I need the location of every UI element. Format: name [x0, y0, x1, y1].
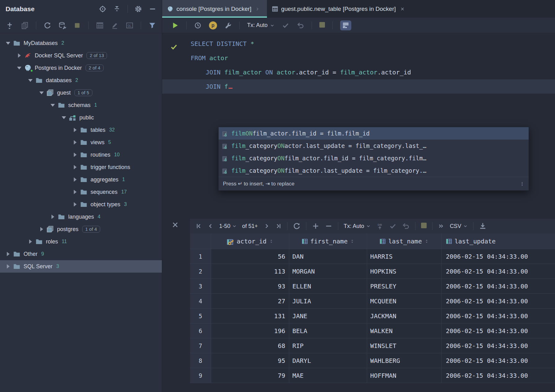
data-cell[interactable]: 27	[211, 294, 289, 309]
tree-item-other[interactable]: Other9	[0, 248, 162, 260]
data-cell[interactable]: 2006-02-15 04:34:33.00	[442, 264, 555, 279]
data-cell[interactable]: HARRIS	[367, 249, 442, 264]
commit-button[interactable]	[389, 222, 397, 230]
collapsed-arrow-icon[interactable]	[71, 165, 79, 169]
session-badge[interactable]: p	[209, 21, 217, 29]
more-chevrons-icon[interactable]	[438, 223, 444, 229]
data-cell[interactable]: 113	[211, 264, 289, 279]
settings-wrench-icon[interactable]	[224, 22, 232, 29]
console-button[interactable]	[126, 22, 133, 29]
add-row-button[interactable]	[312, 222, 319, 230]
tx-mode-dropdown[interactable]: Tx: Auto	[247, 22, 274, 29]
expanded-arrow-icon[interactable]	[38, 91, 45, 94]
data-cell[interactable]: DARYL	[289, 353, 367, 368]
expanded-arrow-icon[interactable]	[16, 67, 23, 69]
code-line-1[interactable]: SELECT DISTINCT *	[162, 37, 555, 51]
expanded-arrow-icon[interactable]	[4, 42, 12, 45]
data-cell[interactable]: 2006-02-15 04:34:33.00	[442, 294, 555, 309]
data-cell[interactable]: DAN	[289, 249, 367, 264]
rollback-button[interactable]	[402, 222, 410, 230]
completion-item-4[interactable]: film_category ON film_actor.last_update …	[219, 164, 529, 177]
data-cell[interactable]: 2006-02-15 04:34:33.00	[442, 249, 555, 264]
data-cell[interactable]: 196	[211, 323, 289, 338]
tree-item-postgres[interactable]: postgres1 of 4	[0, 223, 162, 235]
close-icon[interactable]	[400, 7, 405, 11]
collapsed-arrow-icon[interactable]	[4, 264, 12, 269]
collapsed-arrow-icon[interactable]	[71, 128, 79, 132]
data-source-properties-button[interactable]	[59, 22, 66, 29]
tree-item-aggregates[interactable]: aggregates1	[0, 173, 162, 186]
code-line-2[interactable]: FROM actor	[162, 51, 555, 65]
data-cell[interactable]: 93	[211, 279, 289, 294]
data-cell[interactable]: WALKEN	[367, 323, 442, 338]
expanded-arrow-icon[interactable]	[49, 104, 56, 107]
data-cell[interactable]: JACKMAN	[367, 309, 442, 323]
data-cell[interactable]: 2006-02-15 04:34:33.00	[442, 309, 555, 323]
completion-item-1[interactable]: film ON film_actor.film_id = film.film_i…	[219, 127, 529, 140]
tree-item-trigger-functions[interactable]: trigger functions	[0, 161, 162, 173]
collapsed-arrow-icon[interactable]	[71, 153, 79, 157]
data-cell[interactable]: MCQUEEN	[367, 294, 442, 309]
tree-item-docker-sql-server[interactable]: Docker SQL Server2 of 13	[0, 49, 162, 62]
expanded-arrow-icon[interactable]	[27, 79, 34, 82]
refresh-button[interactable]	[44, 22, 51, 29]
tree-item-views[interactable]: views5	[0, 136, 162, 149]
tree-item-postgres-in-docker[interactable]: Postgres in Docker2 of 4	[0, 62, 162, 74]
tree-item-sql-server[interactable]: SQL Server3	[0, 260, 162, 273]
collapsed-arrow-icon[interactable]	[71, 140, 79, 145]
code-line-3[interactable]: JOIN film_actor ON actor.actor_id = film…	[162, 65, 555, 79]
data-cell[interactable]: RIP	[289, 338, 367, 353]
tree-item-sequences[interactable]: sequences17	[0, 186, 162, 198]
run-button[interactable]	[171, 22, 179, 29]
data-cell[interactable]: WAHLBERG	[367, 353, 442, 368]
data-cell[interactable]: 2006-02-15 04:34:33.00	[442, 368, 555, 383]
submit-to-db-button[interactable]	[376, 222, 384, 230]
sql-editor[interactable]: SELECT DISTINCT *FROM actor JOIN film_ac…	[162, 33, 555, 392]
collapse-all-icon[interactable]	[113, 5, 121, 13]
stop-button[interactable]	[421, 223, 427, 229]
collapsed-arrow-icon[interactable]	[4, 252, 12, 256]
data-cell[interactable]: HOFFMAN	[367, 368, 442, 383]
tree-item-roles[interactable]: roles11	[0, 235, 162, 248]
page-range-dropdown[interactable]: 1-50	[219, 223, 237, 229]
data-cell[interactable]: 95	[211, 353, 289, 368]
tree-item-routines[interactable]: routines10	[0, 149, 162, 161]
collapsed-arrow-icon[interactable]	[27, 239, 34, 244]
data-cell[interactable]: 131	[211, 309, 289, 323]
data-cell[interactable]: 2006-02-15 04:34:33.00	[442, 338, 555, 353]
stop-button[interactable]	[73, 22, 81, 29]
code-line-4[interactable]: JOIN f	[162, 79, 555, 94]
data-cell[interactable]: MORGAN	[289, 264, 367, 279]
data-cell[interactable]: 2006-02-15 04:34:33.00	[442, 279, 555, 294]
column-header-last_name[interactable]: last_name	[367, 234, 442, 249]
data-cell[interactable]: MAE	[289, 368, 367, 383]
collapsed-arrow-icon[interactable]	[71, 177, 79, 182]
tree-item-schemas[interactable]: schemas1	[0, 99, 162, 111]
rollback-button[interactable]	[297, 22, 304, 29]
settings-gear-icon[interactable]	[135, 5, 142, 13]
hide-panel-icon[interactable]	[149, 5, 156, 13]
last-page-button[interactable]	[275, 223, 282, 229]
data-cell[interactable]: 79	[211, 368, 289, 383]
locate-icon[interactable]	[99, 5, 106, 13]
collapsed-arrow-icon[interactable]	[71, 202, 79, 207]
collapsed-arrow-icon[interactable]	[38, 227, 45, 231]
duplicate-button[interactable]	[21, 22, 29, 29]
export-format-dropdown[interactable]: CSV	[450, 223, 468, 229]
tree-item-languages[interactable]: languages4	[0, 211, 162, 223]
data-cell[interactable]: 56	[211, 249, 289, 264]
export-download-button[interactable]	[479, 222, 486, 230]
data-cell[interactable]: ELLEN	[289, 279, 367, 294]
collapsed-arrow-icon[interactable]	[16, 53, 23, 58]
kebab-menu-icon[interactable]	[520, 182, 524, 186]
expanded-arrow-icon[interactable]	[60, 116, 68, 119]
next-page-button[interactable]	[264, 223, 270, 229]
tab-new-table[interactable]: guest.public.new_table [Postgres in Dock…	[267, 0, 412, 18]
edit-button[interactable]	[111, 22, 118, 29]
stop-query-button[interactable]	[319, 22, 325, 29]
tree-item-tables[interactable]: tables32	[0, 124, 162, 136]
in-editor-results-toggle[interactable]	[340, 20, 351, 30]
tree-item-mydatabases[interactable]: MyDatabases2	[0, 37, 162, 49]
data-cell[interactable]: 68	[211, 338, 289, 353]
column-header-actor_id[interactable]: actor_id	[211, 234, 289, 249]
